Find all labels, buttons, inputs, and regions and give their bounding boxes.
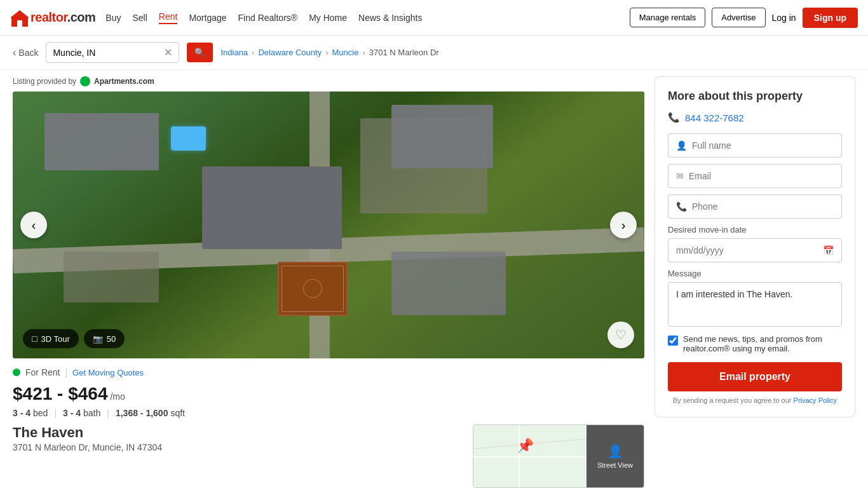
back-button[interactable]: ‹ Back [13,47,38,58]
phone-input[interactable] [692,201,834,212]
move-in-date-label: Desired move-in date [668,225,842,234]
newsletter-checkbox-row: Send me news, tips, and promos from real… [668,334,842,353]
nav-my-home[interactable]: My Home [309,13,347,23]
3d-tour-label: 3D Tour [41,334,69,344]
property-name: The Haven [13,424,460,441]
detail-sep-2: | [107,408,109,418]
phone-number: 844 322-7682 [685,112,744,123]
person-icon: 👤 [676,140,687,151]
price-unit: /mo [110,391,125,402]
header: realtor.com Buy Sell Rent Mortgage Find … [0,0,868,36]
photo-count-label: 50 [107,334,116,344]
beds-count: 3 - 4 [13,408,31,418]
heart-icon: ♡ [615,327,627,342]
message-field[interactable]: I am interested in The Haven. [668,282,842,327]
apartments-name: Apartments.com [94,77,154,86]
signup-button[interactable]: Sign up [803,8,858,28]
search-input[interactable] [53,48,159,58]
prev-arrow-icon: ‹ [32,218,36,233]
beds-label: bed [33,408,48,418]
moving-quotes-link[interactable]: Get Moving Quotes [72,368,144,377]
sqft-count: 1,368 - 1,600 [116,408,168,418]
3d-tour-badge[interactable]: □ 3D Tour [23,329,79,348]
email-input[interactable] [689,171,834,181]
nav-news[interactable]: News & Insights [358,13,422,23]
property-address: 3701 N Marleon Dr, Muncie, IN 47304 [13,442,460,452]
clear-search-icon[interactable]: ✕ [164,46,172,58]
nav-buy[interactable]: Buy [105,13,121,23]
detail-sep-1: | [54,408,57,418]
listing-source: Listing provided by Apartments.com [13,76,644,86]
apartments-icon [80,76,90,86]
advertise-button[interactable]: Advertise [712,8,765,27]
login-button[interactable]: Log in [772,13,796,23]
street-view-thumb[interactable]: 👤 Street View [587,425,644,487]
3d-tour-icon: □ [32,334,37,344]
newsletter-checkbox[interactable] [668,336,678,346]
panel-title: More about this property [668,90,842,103]
details-row: 3 - 4 bed | 3 - 4 bath | 1,368 - 1,600 s… [13,408,644,418]
photo-count-badge[interactable]: 📷 50 [84,329,125,348]
breadcrumb-indiana[interactable]: Indiana [220,48,248,57]
phone-icon: 📞 [668,112,680,123]
move-in-date-field: 📅 [668,238,842,262]
listing-provided-text: Listing provided by [13,77,76,86]
street-view-icon: 👤 [607,444,623,459]
logo-text: realtor.com [31,10,95,25]
search-input-container: ✕ [46,42,179,63]
back-arrow-icon: ‹ [13,47,16,58]
back-label: Back [18,48,38,58]
calendar-icon[interactable]: 📅 [823,245,834,255]
phone-row[interactable]: 📞 844 322-7682 [668,112,842,123]
full-name-input[interactable] [692,140,834,151]
map-thumbnail[interactable]: 📌 👤 Street View [473,424,644,488]
camera-icon: 📷 [93,334,103,344]
search-bar: ‹ Back ✕ 🔍 Indiana › Delaware County › M… [0,36,868,70]
move-in-date-input[interactable] [676,245,823,255]
breadcrumb-sep-1: › [252,48,254,57]
manage-rentals-button[interactable]: Manage rentals [630,8,706,27]
message-label: Message [668,269,842,278]
map-pin-icon: 📌 [517,438,534,454]
breadcrumb-delaware-county[interactable]: Delaware County [258,48,322,57]
photo-prev-button[interactable]: ‹ [20,212,47,238]
baths-count: 3 - 4 [63,408,81,418]
svg-marker-1 [10,10,29,18]
breadcrumb-muncie[interactable]: Muncie [332,48,359,57]
photo-next-button[interactable]: › [610,212,637,238]
sqft-label: sqft [170,408,185,418]
phone-field: 📞 [668,194,842,219]
next-arrow-icon: › [621,218,626,233]
nav-mortgage[interactable]: Mortgage [189,13,226,23]
bottom-section: The Haven 3701 N Marleon Dr, Muncie, IN … [13,418,644,488]
nav-find-realtors[interactable]: Find Realtors® [238,13,298,23]
price-row: $421 - $464 /mo [13,384,644,404]
main-nav: Buy Sell Rent Mortgage Find Realtors® My… [105,11,629,24]
logo[interactable]: realtor.com [10,9,95,27]
property-info: The Haven 3701 N Marleon Dr, Muncie, IN … [13,418,460,452]
breadcrumb: Indiana › Delaware County › Muncie › 370… [220,48,855,57]
price: $421 - $464 [13,384,107,404]
map-section: 📌 👤 Street View Add a commute 🚗 [473,418,644,488]
logo-house-icon [10,9,29,27]
phone-field-icon: 📞 [676,201,687,212]
favorite-button[interactable]: ♡ [607,322,634,348]
breadcrumb-sep-3: › [362,48,365,57]
main-content: Listing provided by Apartments.com [0,70,868,488]
left-column: Listing provided by Apartments.com [13,70,654,488]
privacy-policy-link[interactable]: Privacy Policy [794,396,837,404]
search-button[interactable]: 🔍 [187,43,213,62]
nav-rent[interactable]: Rent [159,11,178,24]
breadcrumb-sep-2: › [325,48,328,57]
photo-container: ‹ › □ 3D Tour 📷 50 ♡ [13,92,644,358]
contact-panel: More about this property 📞 844 322-7682 … [654,76,855,417]
breadcrumb-address: 3701 N Marleon Dr [369,48,439,57]
message-text: I am interested in The Haven. [676,289,792,299]
full-name-field: 👤 [668,133,842,158]
email-icon: ✉ [676,171,684,181]
street-view-label: Street View [597,461,633,469]
privacy-note: By sending a request you agree to our Pr… [668,396,842,404]
nav-sell[interactable]: Sell [132,13,147,23]
email-property-button[interactable]: Email property [668,362,842,391]
separator: | [65,367,67,377]
